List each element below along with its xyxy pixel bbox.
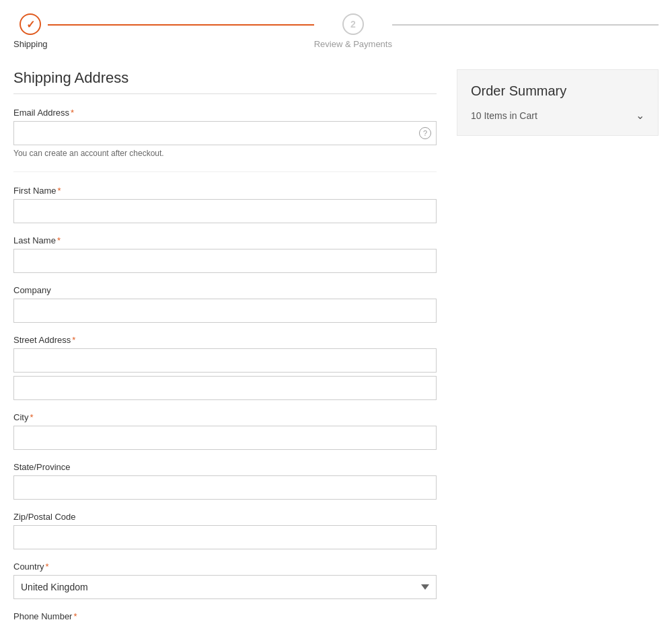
- email-group: Email Address* ? You can create an accou…: [13, 108, 437, 158]
- title-divider: [13, 93, 437, 94]
- progress-bar: ✓ Shipping 2 Review & Payments: [13, 13, 659, 49]
- phone-group: Phone Number* ?: [13, 611, 437, 620]
- first-name-input[interactable]: [13, 199, 437, 223]
- email-label: Email Address*: [13, 108, 437, 118]
- company-input[interactable]: [13, 299, 437, 323]
- last-name-label: Last Name*: [13, 235, 437, 245]
- chevron-down-icon: ⌄: [636, 109, 644, 122]
- step1-circle: ✓: [20, 13, 41, 35]
- street-address-group: Street Address*: [13, 335, 437, 400]
- email-hint: You can create an account after checkout…: [13, 149, 437, 158]
- order-summary: Order Summary 10 Items in Cart ⌄: [457, 69, 659, 136]
- city-required-star: *: [30, 412, 33, 422]
- step2-label: Review & Payments: [314, 39, 392, 49]
- zip-label: Zip/Postal Code: [13, 512, 437, 522]
- sidebar-section: Order Summary 10 Items in Cart ⌄: [457, 69, 659, 136]
- city-group: City*: [13, 412, 437, 450]
- cart-summary-row[interactable]: 10 Items in Cart ⌄: [471, 109, 644, 122]
- step-review: 2 Review & Payments: [314, 13, 392, 49]
- city-label: City*: [13, 412, 437, 422]
- company-group: Company: [13, 285, 437, 323]
- street-address-input-1[interactable]: [13, 348, 437, 373]
- country-group: Country* United Kingdom United States Ca…: [13, 561, 437, 599]
- email-input[interactable]: [13, 121, 437, 145]
- last-name-input[interactable]: [13, 249, 437, 273]
- street-address-label: Street Address*: [13, 335, 437, 345]
- country-select[interactable]: United Kingdom United States Canada Aust…: [13, 575, 437, 599]
- checkmark-icon: ✓: [26, 18, 35, 31]
- step2-number: 2: [350, 19, 356, 30]
- street-address-input-2[interactable]: [13, 376, 437, 400]
- email-help-icon[interactable]: ?: [419, 127, 431, 139]
- main-content: Shipping Address Email Address* ? You ca…: [13, 69, 659, 620]
- last-name-group: Last Name*: [13, 235, 437, 273]
- state-label: State/Province: [13, 462, 437, 472]
- street-required-star: *: [72, 335, 75, 345]
- email-required-star: *: [71, 108, 74, 118]
- first-name-group: First Name*: [13, 186, 437, 223]
- form-divider-1: [13, 171, 437, 172]
- first-name-required-star: *: [58, 186, 61, 196]
- city-input[interactable]: [13, 426, 437, 450]
- email-input-wrapper: ?: [13, 121, 437, 145]
- step1-label: Shipping: [13, 39, 48, 49]
- state-group: State/Province: [13, 462, 437, 500]
- order-summary-title: Order Summary: [471, 83, 644, 99]
- last-name-required-star: *: [57, 235, 61, 245]
- step2-circle: 2: [342, 13, 364, 35]
- cart-summary-text: 10 Items in Cart: [471, 110, 537, 121]
- country-required-star: *: [46, 561, 49, 572]
- first-name-label: First Name*: [13, 186, 437, 196]
- page-title: Shipping Address: [13, 69, 437, 87]
- connector-line-2: [392, 24, 659, 26]
- phone-label: Phone Number*: [13, 611, 437, 620]
- step-shipping: ✓ Shipping: [13, 13, 48, 49]
- country-label: Country*: [13, 561, 437, 572]
- state-input[interactable]: [13, 475, 437, 500]
- zip-input[interactable]: [13, 525, 437, 549]
- company-label: Company: [13, 285, 437, 295]
- zip-group: Zip/Postal Code: [13, 512, 437, 549]
- form-section: Shipping Address Email Address* ? You ca…: [13, 69, 437, 620]
- connector-line-1: [48, 24, 314, 26]
- phone-required-star: *: [73, 611, 77, 620]
